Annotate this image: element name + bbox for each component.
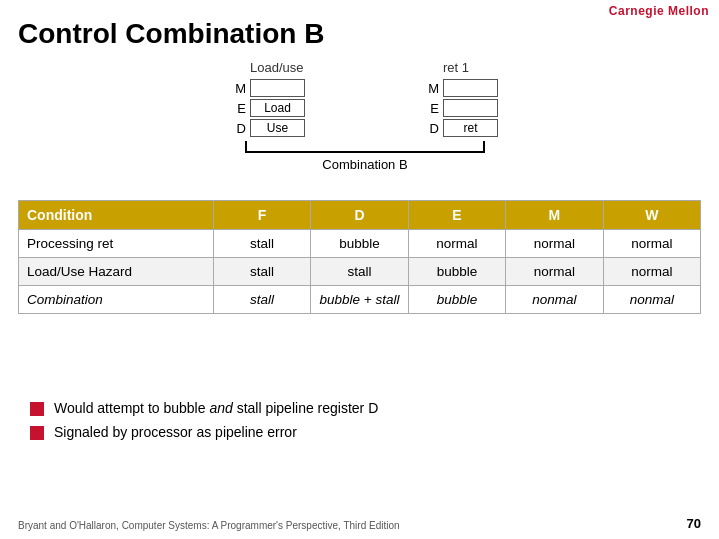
footer: Bryant and O'Hallaron, Computer Systems:…	[18, 516, 701, 531]
stage-letter-d2: D	[425, 121, 439, 136]
row2-e: bubble	[408, 258, 505, 286]
row2-w: normal	[603, 258, 700, 286]
stage-letter-m2: M	[425, 81, 439, 96]
footer-citation: Bryant and O'Hallaron, Computer Systems:…	[18, 520, 400, 531]
table-row: Combination stall bubble + stall bubble …	[19, 286, 701, 314]
stage-letter-m1: M	[232, 81, 246, 96]
stage-letter-e2: E	[425, 101, 439, 116]
ret1-stages: M E D ret	[425, 79, 498, 137]
row1-e: normal	[408, 230, 505, 258]
row3-m: nonmal	[506, 286, 603, 314]
hazard-table: Condition F D E M W Processing ret stall…	[18, 200, 701, 314]
stage-box-m1	[250, 79, 305, 97]
bullet-item-2: Signaled by processor as pipeline error	[30, 424, 701, 440]
footer-page-number: 70	[687, 516, 701, 531]
ret1-group: ret 1 M E D ret	[425, 60, 498, 137]
page-title: Control Combination B	[18, 18, 324, 50]
row3-w: nonmal	[603, 286, 700, 314]
combination-b-label: Combination B	[322, 157, 407, 172]
table-row: Load/Use Hazard stall stall bubble norma…	[19, 258, 701, 286]
col-header-d: D	[311, 201, 408, 230]
stage-row-m1: M	[232, 79, 305, 97]
stage-row-e2: E	[425, 99, 498, 117]
bracket-line	[245, 151, 485, 153]
bullets-section: Would attempt to bubble and stall pipeli…	[30, 400, 701, 448]
row3-d: bubble + stall	[311, 286, 408, 314]
stage-box-e2	[443, 99, 498, 117]
stage-row-e1: E Load	[232, 99, 305, 117]
stage-letter-d1: D	[232, 121, 246, 136]
bullet-icon-1	[30, 402, 44, 416]
row2-condition: Load/Use Hazard	[19, 258, 214, 286]
row3-f: stall	[213, 286, 310, 314]
col-header-condition: Condition	[19, 201, 214, 230]
stage-box-d2: ret	[443, 119, 498, 137]
row2-m: normal	[506, 258, 603, 286]
row2-d: stall	[311, 258, 408, 286]
bullet-icon-2	[30, 426, 44, 440]
stage-row-m2: M	[425, 79, 498, 97]
row1-w: normal	[603, 230, 700, 258]
diagram-section: Load/use M E Load D Use	[30, 60, 700, 172]
bracket-right	[483, 141, 485, 151]
load-use-group: Load/use M E Load D Use	[232, 60, 305, 137]
col-header-m: M	[506, 201, 603, 230]
bracket-left	[245, 141, 247, 151]
stage-row-d1: D Use	[232, 119, 305, 137]
row3-condition: Combination	[19, 286, 214, 314]
row1-d: bubble	[311, 230, 408, 258]
row1-f: stall	[213, 230, 310, 258]
stage-row-d2: D ret	[425, 119, 498, 137]
stage-box-d1: Use	[250, 119, 305, 137]
row3-e: bubble	[408, 286, 505, 314]
bullet-text-2: Signaled by processor as pipeline error	[54, 424, 297, 440]
cmu-logo: Carnegie Mellon	[609, 4, 709, 18]
table-section: Condition F D E M W Processing ret stall…	[18, 200, 701, 314]
row1-m: normal	[506, 230, 603, 258]
stage-box-m2	[443, 79, 498, 97]
load-use-label: Load/use	[250, 60, 304, 75]
bullet-text-1: Would attempt to bubble and stall pipeli…	[54, 400, 378, 416]
stage-box-e1: Load	[250, 99, 305, 117]
col-header-w: W	[603, 201, 700, 230]
stage-letter-e1: E	[232, 101, 246, 116]
table-header-row: Condition F D E M W	[19, 201, 701, 230]
row2-f: stall	[213, 258, 310, 286]
bullet-item-1: Would attempt to bubble and stall pipeli…	[30, 400, 701, 416]
load-use-stages: M E Load D Use	[232, 79, 305, 137]
row1-condition: Processing ret	[19, 230, 214, 258]
ret1-label: ret 1	[443, 60, 469, 75]
col-header-f: F	[213, 201, 310, 230]
col-header-e: E	[408, 201, 505, 230]
table-row: Processing ret stall bubble normal norma…	[19, 230, 701, 258]
